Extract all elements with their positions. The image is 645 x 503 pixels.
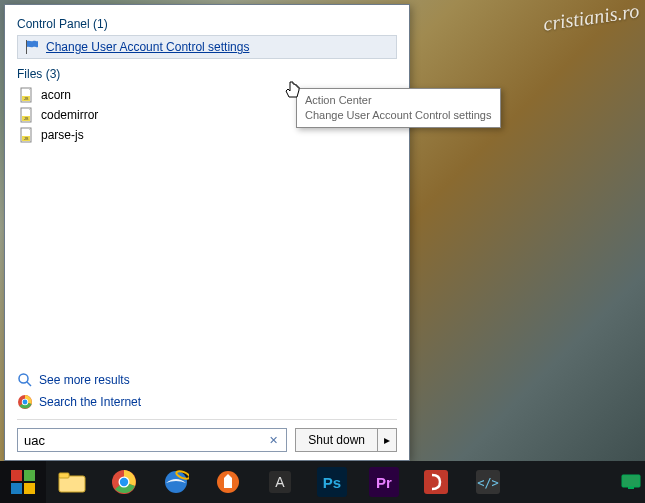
taskbar: A Ps Pr </> <box>0 461 645 503</box>
search-internet-label: Search the Internet <box>39 395 141 409</box>
control-panel-section-header: Control Panel (1) <box>17 17 397 31</box>
uac-settings-link[interactable]: Change User Account Control settings <box>46 40 249 54</box>
svg-rect-29 <box>424 470 448 494</box>
svg-text:A: A <box>275 474 285 490</box>
taskbar-tray <box>617 461 645 503</box>
taskbar-app-code[interactable]: </> <box>462 461 514 503</box>
taskbar-chrome[interactable] <box>98 461 150 503</box>
tooltip: Action Center Change User Account Contro… <box>296 88 501 128</box>
uac-settings-result[interactable]: Change User Account Control settings <box>17 35 397 59</box>
files-section-header: Files (3) <box>17 67 397 81</box>
results-area: Control Panel (1) Change User Account Co… <box>17 15 397 369</box>
svg-text:JS: JS <box>24 116 29 121</box>
taskbar-app-a[interactable]: A <box>254 461 306 503</box>
tooltip-line2: Change User Account Control settings <box>305 108 492 123</box>
taskbar-photoshop[interactable]: Ps <box>306 461 358 503</box>
clear-search-icon[interactable]: ✕ <box>265 434 282 447</box>
js-file-icon: JS <box>19 107 35 123</box>
svg-text:JS: JS <box>24 96 29 101</box>
shutdown-split-button: Shut down ▸ <box>295 428 397 452</box>
svg-rect-20 <box>59 473 69 478</box>
search-icon <box>17 372 33 388</box>
svg-point-14 <box>23 400 28 405</box>
file-result-parse-js[interactable]: JS parse-js <box>17 125 397 145</box>
taskbar-file-explorer[interactable] <box>46 461 98 503</box>
svg-rect-17 <box>11 483 22 494</box>
flag-icon <box>24 39 40 55</box>
search-input[interactable] <box>22 433 265 448</box>
search-box[interactable]: ✕ <box>17 428 287 452</box>
shutdown-button[interactable]: Shut down <box>295 428 377 452</box>
taskbar-app-orange[interactable] <box>202 461 254 503</box>
start-button[interactable] <box>0 461 46 503</box>
svg-rect-32 <box>622 475 640 487</box>
watermark-text: cristianis.ro <box>541 0 640 36</box>
desktop: cristianis.ro Control Panel (1) Change U… <box>0 0 645 503</box>
file-label: codemirror <box>41 108 98 122</box>
svg-line-11 <box>27 382 31 386</box>
shutdown-options-arrow[interactable]: ▸ <box>377 428 397 452</box>
svg-rect-33 <box>628 487 634 489</box>
search-internet[interactable]: Search the Internet <box>17 391 397 413</box>
bottom-links: See more results Search the Internet <box>17 369 397 413</box>
file-label: acorn <box>41 88 71 102</box>
svg-rect-0 <box>26 40 27 54</box>
svg-point-23 <box>120 478 128 486</box>
start-menu-search-panel: Control Panel (1) Change User Account Co… <box>4 4 410 461</box>
taskbar-premiere[interactable]: Pr <box>358 461 410 503</box>
taskbar-app-red[interactable] <box>410 461 462 503</box>
ps-label: Ps <box>317 467 347 497</box>
taskbar-ie[interactable] <box>150 461 202 503</box>
js-file-icon: JS <box>19 87 35 103</box>
svg-text:</>: </> <box>477 476 499 490</box>
svg-rect-16 <box>24 470 35 481</box>
tooltip-line1: Action Center <box>305 93 492 108</box>
svg-rect-15 <box>11 470 22 481</box>
svg-point-10 <box>19 374 28 383</box>
chrome-icon <box>17 394 33 410</box>
svg-rect-18 <box>24 483 35 494</box>
start-footer: ✕ Shut down ▸ <box>17 419 397 452</box>
tray-item[interactable] <box>617 461 645 503</box>
see-more-results[interactable]: See more results <box>17 369 397 391</box>
svg-text:JS: JS <box>24 136 29 141</box>
pr-label: Pr <box>369 467 399 497</box>
see-more-label: See more results <box>39 373 130 387</box>
file-label: parse-js <box>41 128 84 142</box>
js-file-icon: JS <box>19 127 35 143</box>
